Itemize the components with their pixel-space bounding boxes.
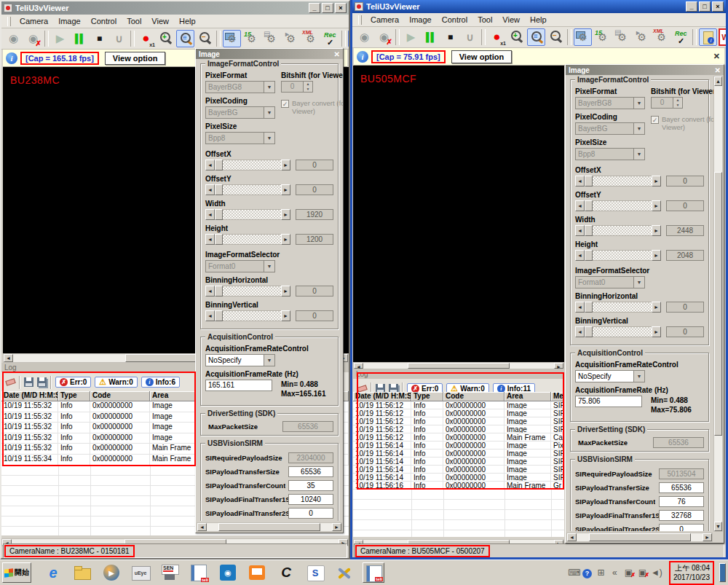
minimize-button[interactable] bbox=[309, 3, 320, 13]
view-option-button[interactable]: View option bbox=[451, 50, 513, 63]
chevron-down-icon[interactable] bbox=[264, 82, 274, 93]
pixel-coding-select[interactable]: BayerBG bbox=[575, 122, 645, 135]
save-log-icon[interactable] bbox=[24, 377, 33, 387]
slider-left-arrow[interactable] bbox=[575, 200, 585, 211]
panel-titlebar[interactable]: Image bbox=[196, 49, 343, 59]
slider-thumb[interactable] bbox=[215, 234, 223, 245]
orange-monitor-icon[interactable] bbox=[246, 562, 268, 583]
xml-settings-icon[interactable]: ⚙ bbox=[301, 30, 320, 47]
internet-explorer-icon[interactable]: e bbox=[42, 562, 64, 583]
log-row[interactable]: 10/19 11:56:14 Info 0x00000000 Image SIP bbox=[353, 466, 564, 474]
blue-app-icon[interactable]: ◉ bbox=[217, 562, 239, 583]
log-row[interactable]: 10/19 11:56:12 Info 0x00000000 Image SIP bbox=[353, 401, 564, 409]
slider-thumb[interactable] bbox=[215, 286, 223, 297]
media-player-icon[interactable]: ▶ bbox=[100, 562, 122, 583]
display-tray-icon[interactable]: ⊞ bbox=[596, 568, 606, 578]
panel-close-icon[interactable] bbox=[715, 66, 721, 74]
stop-icon[interactable]: ■ bbox=[90, 30, 108, 47]
lut-settings-icon[interactable]: ⚙ bbox=[593, 28, 612, 46]
slider-left-arrow[interactable] bbox=[205, 234, 215, 245]
panel-hscrollbar[interactable]: ◄ ► bbox=[197, 522, 342, 532]
scroll-right-arrow[interactable]: ► bbox=[554, 363, 563, 369]
image-hscrollbar[interactable]: ◄ ► bbox=[353, 362, 564, 369]
close-icon[interactable] bbox=[713, 52, 720, 61]
log-column-header[interactable]: Area bbox=[505, 392, 551, 401]
log-info-icon[interactable] bbox=[699, 28, 717, 46]
camera-connect-icon[interactable]: ◉ bbox=[4, 30, 23, 47]
lut-settings-icon[interactable]: ⚙ bbox=[242, 30, 261, 47]
slider-right-arrow[interactable] bbox=[281, 234, 290, 245]
slider-right-arrow[interactable] bbox=[652, 176, 661, 187]
slider-left-arrow[interactable] bbox=[575, 326, 585, 337]
record-check-icon[interactable]: Rec bbox=[321, 30, 339, 47]
slider-thumb[interactable] bbox=[585, 200, 593, 211]
menu-item[interactable]: View bbox=[497, 14, 525, 25]
slider-thumb[interactable] bbox=[585, 225, 593, 236]
slider-thumb[interactable] bbox=[585, 250, 593, 261]
scroll-thumb[interactable] bbox=[714, 172, 722, 436]
log-row[interactable]: 10/19 11:56:12 Info 0x00000000 Image SIP bbox=[353, 417, 564, 425]
sirm-value-input[interactable]: 76 bbox=[659, 496, 704, 507]
pixel-format-select[interactable]: BayerBG8 bbox=[575, 97, 645, 109]
scroll-down-arrow[interactable]: ▼ bbox=[714, 522, 722, 531]
device-settings-icon[interactable]: ⚙ bbox=[262, 30, 280, 47]
slider-track[interactable] bbox=[223, 286, 281, 297]
xml-settings-icon[interactable]: ⚙ bbox=[652, 28, 670, 46]
camera-connect-icon[interactable]: ◉ bbox=[355, 28, 373, 46]
menu-item[interactable]: Image bbox=[53, 15, 86, 27]
device-settings-icon[interactable]: ⚙ bbox=[613, 28, 631, 46]
slider-left-arrow[interactable] bbox=[205, 184, 215, 195]
zoom-in-icon[interactable]: + bbox=[157, 30, 175, 47]
pixel-size-select[interactable]: Bpp8 bbox=[575, 148, 645, 160]
eject-tray-icon[interactable]: ▣ bbox=[637, 568, 648, 578]
sirm-value-input[interactable]: 35 bbox=[288, 480, 333, 491]
log-column-header[interactable]: Code bbox=[443, 392, 505, 401]
slider-left-arrow[interactable] bbox=[575, 302, 585, 313]
slider-thumb[interactable] bbox=[215, 160, 223, 170]
zoom-out-icon[interactable]: − bbox=[196, 30, 214, 47]
slider-track[interactable] bbox=[223, 209, 281, 220]
menu-item[interactable]: Camera bbox=[365, 14, 404, 25]
folder-icon[interactable] bbox=[71, 562, 93, 583]
log-column-header[interactable]: Type bbox=[411, 392, 443, 401]
image-settings-icon[interactable]: ⚙ bbox=[574, 28, 592, 46]
slider-track[interactable] bbox=[593, 176, 652, 187]
view-option-button[interactable]: View option bbox=[105, 52, 166, 65]
image-settings-icon[interactable]: ⚙ bbox=[223, 30, 241, 47]
pointer-settings-icon[interactable]: ⚙ bbox=[282, 30, 300, 47]
menu-item[interactable]: Camera bbox=[15, 15, 53, 27]
bayer-convert-checkbox[interactable]: Bayer convert (for Viewer) bbox=[651, 116, 713, 132]
slider-thumb[interactable] bbox=[585, 326, 593, 337]
minimize-button[interactable] bbox=[686, 1, 697, 12]
sirm-value-input[interactable]: 65536 bbox=[288, 466, 333, 477]
menu-item[interactable]: Tool bbox=[472, 14, 497, 25]
snapshot-x1-icon[interactable]: ● bbox=[488, 28, 506, 46]
play-icon[interactable]: ▶ bbox=[51, 30, 69, 47]
close-button[interactable] bbox=[712, 1, 724, 12]
spin-up-icon[interactable]: ▲ bbox=[304, 82, 312, 87]
chevron-down-icon[interactable] bbox=[633, 98, 644, 109]
menu-item[interactable]: Control bbox=[437, 14, 472, 25]
log-row[interactable]: 10/19 11:56:14 Info 0x00000000 Image SIP bbox=[353, 474, 564, 482]
slider-left-arrow[interactable] bbox=[575, 225, 585, 236]
scroll-thumb[interactable] bbox=[408, 363, 510, 369]
panel-titlebar[interactable]: Image bbox=[566, 65, 724, 75]
slider-right-arrow[interactable] bbox=[281, 160, 290, 170]
menu-item[interactable]: Help bbox=[174, 15, 201, 27]
stop-icon[interactable]: ■ bbox=[441, 28, 459, 46]
sirm-value-input[interactable]: 32768 bbox=[659, 510, 704, 521]
black-swoosh-icon[interactable]: C bbox=[275, 562, 297, 583]
pixel-size-select[interactable]: Bpp8 bbox=[205, 132, 275, 144]
slider-left-arrow[interactable] bbox=[575, 250, 585, 261]
slider-track[interactable] bbox=[593, 200, 652, 211]
slider-thumb[interactable] bbox=[215, 209, 223, 220]
keyboard-tray-icon[interactable]: ⌨ bbox=[568, 568, 579, 578]
frame-rate-control-select[interactable]: NoSpecify bbox=[575, 370, 645, 382]
slider-right-arrow[interactable] bbox=[652, 200, 661, 211]
show-desktop-button[interactable] bbox=[719, 563, 726, 582]
scroll-left-arrow[interactable]: ◄ bbox=[354, 363, 363, 369]
image-format-selector-select[interactable]: Format0 bbox=[575, 276, 645, 288]
image-format-selector-select[interactable]: Format0 bbox=[205, 260, 275, 272]
scroll-thumb[interactable] bbox=[218, 523, 320, 531]
sirm-value-input[interactable]: 2304000 bbox=[288, 452, 333, 463]
